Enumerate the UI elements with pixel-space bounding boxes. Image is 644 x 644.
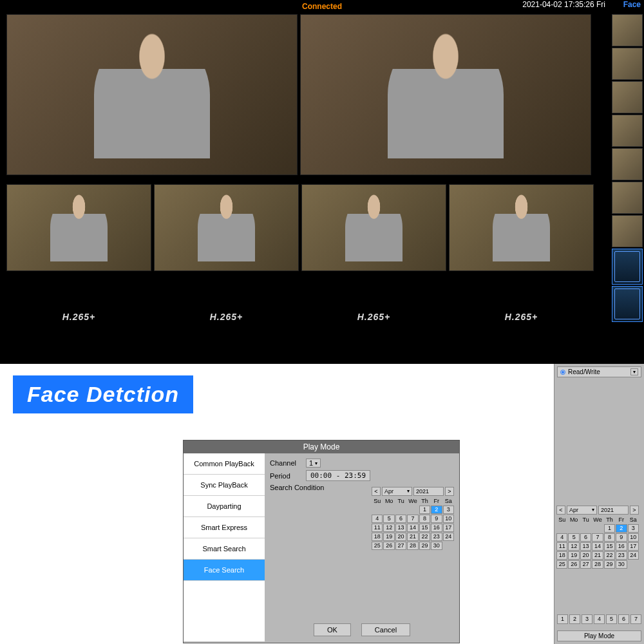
cal-day[interactable]: 14 [592,542,603,551]
channel-box[interactable]: 3 [582,614,592,624]
cal-day[interactable]: 10 [628,533,639,542]
cal-day[interactable]: 28 [592,560,603,569]
play-mode-label[interactable]: Play Mode [557,630,641,641]
tab-common-playback[interactable]: Common PlayBack [184,453,265,475]
camera-slot-8[interactable]: H.265+ [154,279,299,354]
channel-select[interactable]: 1▾ [306,459,321,468]
camera-feed-1[interactable] [6,14,298,175]
tab-smart-search[interactable]: Smart Search [184,538,265,560]
cal-day[interactable]: 27 [580,560,591,569]
cal-day[interactable]: 4 [556,533,567,542]
cal-day[interactable]: 9 [431,515,442,523]
cal-day[interactable]: 1 [419,506,430,514]
cal-day[interactable]: 16 [616,542,627,551]
cal-day[interactable]: 22 [604,551,615,560]
camera-feed-4[interactable] [154,184,299,271]
camera-slot-10[interactable]: H.265+ [449,279,594,354]
face-scan-icon[interactable] [612,286,643,322]
cal-day[interactable]: 26 [568,560,579,569]
cal-day[interactable]: 26 [383,542,394,550]
channel-box[interactable]: 6 [618,614,629,624]
camera-feed-5[interactable] [301,184,446,271]
face-thumb[interactable] [612,148,643,180]
cal-day[interactable]: 16 [431,524,442,532]
cal-day[interactable]: 21 [407,533,418,541]
cal-day[interactable]: 14 [407,524,418,532]
cal-day[interactable]: 23 [431,533,442,541]
cal-day[interactable]: 15 [419,524,430,532]
cal-day[interactable]: 6 [580,533,591,542]
camera-feed-6[interactable] [449,184,594,271]
cal-day[interactable]: 20 [395,533,406,541]
face-scan-icon[interactable] [612,249,643,285]
cal-day[interactable]: 5 [383,515,394,523]
cal-day[interactable]: 18 [556,551,567,560]
cal-day[interactable]: 6 [395,515,406,523]
channel-box[interactable]: 1 [557,614,568,624]
cal-day[interactable]: 24 [628,551,639,560]
cal-day[interactable]: 20 [580,551,591,560]
cal-day[interactable]: 19 [383,533,394,541]
cal-day[interactable]: 7 [592,533,603,542]
cancel-button[interactable]: Cancel [361,623,410,636]
cal-day[interactable]: 13 [395,524,406,532]
cal-day[interactable]: 18 [372,533,383,541]
ok-button[interactable]: OK [314,623,351,636]
tab-face-search[interactable]: Face Search [184,560,265,581]
cal-day[interactable]: 8 [419,515,430,523]
cal-day[interactable]: 25 [372,542,383,550]
face-thumb[interactable] [612,14,643,46]
tab-sync-playback[interactable]: Sync PlayBack [184,475,265,496]
face-thumb[interactable] [612,81,643,113]
cal-day[interactable]: 15 [604,542,615,551]
cal-day[interactable]: 1 [604,524,615,533]
face-thumb[interactable] [612,115,643,147]
cal-prev-button[interactable]: < [556,506,565,515]
cal-day[interactable]: 10 [443,515,454,523]
cal-day[interactable]: 8 [604,533,615,542]
cal-day[interactable]: 28 [407,542,418,550]
face-thumb[interactable] [612,48,643,80]
camera-slot-9[interactable]: H.265+ [301,279,446,354]
cal-month-select[interactable]: Apr▾ [382,487,412,496]
cal-day[interactable]: 12 [383,524,394,532]
cal-day[interactable]: 7 [407,515,418,523]
cal-day[interactable]: 21 [592,551,603,560]
cal-day[interactable]: 3 [443,506,454,514]
camera-slot-7[interactable]: H.265+ [6,279,151,354]
readwrite-select[interactable]: Read/Write ▾ [557,366,641,377]
cal-day[interactable]: 27 [395,542,406,550]
cal-day[interactable]: 9 [616,533,627,542]
cal-day[interactable]: 12 [568,542,579,551]
face-thumb[interactable] [612,215,643,247]
cal-day[interactable]: 25 [556,560,567,569]
cal-day[interactable]: 19 [568,551,579,560]
face-thumb[interactable] [612,182,643,214]
cal-prev-button[interactable]: < [372,487,381,496]
cal-day[interactable]: 13 [580,542,591,551]
tab-dayparting[interactable]: Dayparting [184,496,265,517]
tab-smart-express[interactable]: Smart Express [184,517,265,538]
cal-next-button[interactable]: > [445,487,454,496]
cal-day[interactable]: 30 [431,542,442,550]
cal-day[interactable]: 17 [443,524,454,532]
cal-day[interactable]: 11 [372,524,383,532]
cal-day[interactable]: 4 [372,515,383,523]
channel-box[interactable]: 4 [594,614,605,624]
cal-day[interactable]: 11 [556,542,567,551]
channel-box[interactable]: 2 [569,614,580,624]
cal-day[interactable]: 17 [628,542,639,551]
cal-day[interactable]: 24 [443,533,454,541]
camera-feed-3[interactable] [6,184,151,271]
face-mode-label[interactable]: Face [623,0,641,9]
cal-day[interactable]: 29 [419,542,430,550]
cal-day[interactable]: 2 [616,524,627,533]
cal-day[interactable]: 30 [616,560,627,569]
cal-day[interactable]: 2 [431,506,442,514]
period-input[interactable]: 00:00 - 23:59 [306,470,370,481]
channel-box[interactable]: 7 [630,614,641,624]
cal-day[interactable]: 22 [419,533,430,541]
cal-year-select[interactable]: 2021 [598,506,629,515]
channel-box[interactable]: 5 [606,614,617,624]
cal-day[interactable]: 5 [568,533,579,542]
